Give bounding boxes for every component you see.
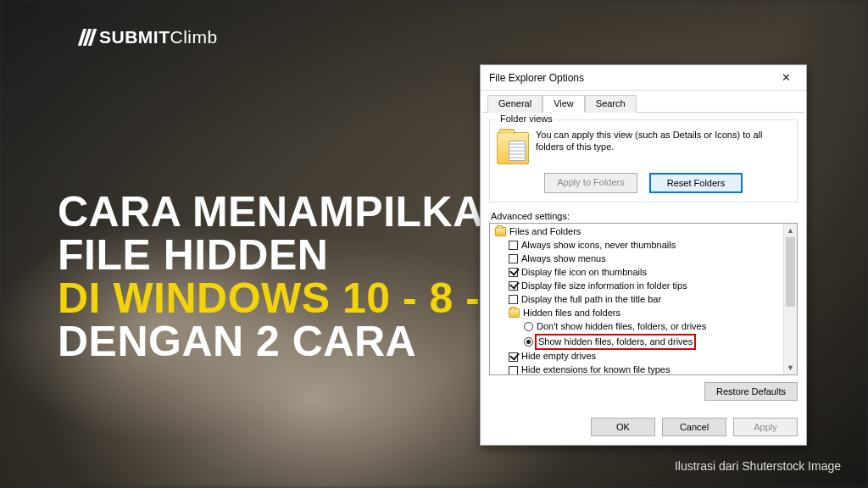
dialog-titlebar[interactable]: File Explorer Options ✕	[481, 65, 806, 91]
radio-icon[interactable]	[524, 322, 533, 331]
tree-root-files-and-folders[interactable]: Files and Folders	[490, 225, 797, 239]
headline-line-4: DENGAN 2 CARA	[58, 320, 516, 363]
opt-display-file-size[interactable]: Display file size information in folder …	[490, 280, 797, 293]
group-label: Hidden files and folders	[523, 307, 620, 320]
scroll-down-icon[interactable]: ▼	[784, 361, 797, 374]
opt-always-show-menus[interactable]: Always show menus	[490, 252, 797, 266]
tab-view[interactable]: View	[542, 95, 585, 113]
apply-to-folders-button[interactable]: Apply to Folders	[544, 173, 637, 193]
opt-always-show-icons[interactable]: Always show icons, never thumbnails	[490, 239, 797, 252]
advanced-settings-tree[interactable]: Files and Folders Always show icons, nev…	[489, 223, 798, 375]
folder-icon	[495, 227, 506, 236]
tab-strip: General View Search	[482, 91, 804, 113]
folder-views-group: Folder views You can apply this view (su…	[489, 119, 798, 202]
dialog-title: File Explorer Options	[489, 72, 584, 84]
opt-display-file-icon[interactable]: Display file icon on thumbnails	[490, 266, 797, 280]
tab-panel-view: Folder views You can apply this view (su…	[481, 113, 806, 409]
opt-display-full-path[interactable]: Display the full path in the title bar	[490, 293, 797, 307]
checkbox-icon[interactable]	[509, 366, 518, 375]
image-attribution: Ilustrasi dari Shuterstock Image	[675, 459, 841, 473]
advanced-settings-label: Advanced settings:	[491, 211, 798, 221]
radio-icon[interactable]	[524, 337, 533, 347]
tree-root-label: Files and Folders	[509, 225, 581, 239]
tree-scrollbar[interactable]: ▲ ▼	[783, 224, 797, 374]
opt-label: Hide extensions for known file types	[521, 363, 670, 375]
scroll-up-icon[interactable]: ▲	[784, 224, 797, 237]
opt-label: Hide empty drives	[521, 350, 596, 363]
headline-line-3: DI WINDOWS 10 - 8 - 7	[58, 277, 516, 320]
checkbox-icon[interactable]	[509, 352, 518, 362]
headline-line-2: FILE HIDDEN	[58, 234, 516, 277]
group-hidden-files[interactable]: Hidden files and folders	[490, 307, 797, 320]
ok-button[interactable]: OK	[591, 418, 655, 436]
headline-block: CARA MENAMPILKAN FILE HIDDEN DI WINDOWS …	[58, 191, 516, 363]
checkbox-icon[interactable]	[509, 295, 518, 304]
dialog-footer: OK Cancel Apply	[481, 411, 806, 445]
highlight-box: Show hidden files, folders, and drives	[535, 334, 696, 351]
cancel-button[interactable]: Cancel	[662, 418, 726, 436]
logo-light: Climb	[170, 27, 218, 47]
tab-general[interactable]: General	[487, 95, 542, 113]
opt-label: Always show icons, never thumbnails	[521, 239, 676, 252]
file-explorer-options-dialog: File Explorer Options ✕ General View Sea…	[480, 64, 807, 446]
opt-label: Display the full path in the title bar	[521, 293, 661, 307]
opt-label: Display file size information in folder …	[521, 280, 687, 293]
close-icon[interactable]: ✕	[772, 71, 799, 84]
brand-logo: SUBMITClimb	[81, 27, 218, 47]
opt-label: Don't show hidden files, folders, or dri…	[537, 320, 706, 334]
checkbox-icon[interactable]	[509, 281, 518, 291]
folder-views-text: You can apply this view (such as Details…	[536, 129, 790, 153]
restore-defaults-button[interactable]: Restore Defaults	[704, 382, 798, 401]
scroll-thumb[interactable]	[786, 237, 795, 307]
checkbox-icon[interactable]	[509, 268, 518, 277]
checkbox-icon[interactable]	[509, 254, 518, 263]
opt-hide-empty-drives[interactable]: Hide empty drives	[490, 350, 797, 363]
reset-folders-button[interactable]: Reset Folders	[649, 173, 743, 193]
folder-views-legend: Folder views	[497, 114, 556, 124]
logo-bold: SUBMIT	[99, 27, 170, 47]
folder-icon	[509, 308, 520, 318]
logo-stripes-icon	[81, 29, 94, 46]
tab-search[interactable]: Search	[585, 95, 637, 113]
apply-button[interactable]: Apply	[733, 418, 798, 436]
checkbox-icon[interactable]	[509, 241, 518, 250]
folder-icon	[497, 132, 529, 164]
radio-dont-show-hidden[interactable]: Don't show hidden files, folders, or dri…	[490, 320, 797, 334]
opt-label: Always show menus	[521, 252, 606, 266]
radio-show-hidden[interactable]: Show hidden files, folders, and drives	[490, 334, 797, 351]
opt-hide-extensions[interactable]: Hide extensions for known file types	[490, 363, 797, 375]
opt-label: Display file icon on thumbnails	[521, 266, 647, 280]
opt-label: Show hidden files, folders, and drives	[538, 336, 693, 347]
headline-line-1: CARA MENAMPILKAN	[58, 191, 516, 234]
